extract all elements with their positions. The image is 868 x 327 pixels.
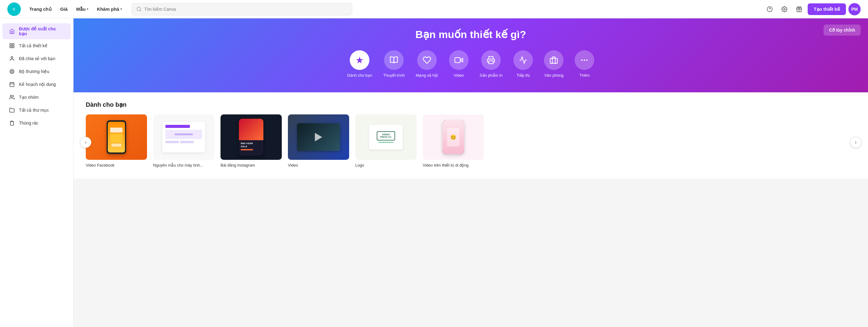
template-card-mobile-video[interactable]: 😊 Video trên thiết bị di động xyxy=(423,114,484,167)
template-card-video[interactable]: Video xyxy=(288,114,349,167)
nav-home[interactable]: Trang chủ xyxy=(26,4,56,15)
gift-button[interactable] xyxy=(793,3,805,15)
card-thumbnail: GREENFRESH CO. xyxy=(355,114,416,160)
hero-cat-more[interactable]: Thêm xyxy=(575,50,594,78)
hero-banner: Bạn muốn thiết kế gì? Cỡ tùy chỉnh Dành … xyxy=(73,19,868,92)
svg-rect-21 xyxy=(455,58,460,62)
template-card-logo[interactable]: GREENFRESH CO. Logo xyxy=(355,114,416,167)
video-label: Video xyxy=(454,73,464,78)
home-icon xyxy=(8,28,15,35)
hero-cat-video[interactable]: Video xyxy=(449,50,469,78)
svg-rect-22 xyxy=(489,61,493,63)
card-label: Video xyxy=(288,163,349,167)
sidebar-item-trash[interactable]: Thùng rác xyxy=(2,116,71,130)
nav-links: Trang chủ Giá Mẫu ▾ Khám phá ▾ xyxy=(26,4,126,15)
search-input[interactable] xyxy=(144,7,348,12)
card-thumbnail xyxy=(288,114,349,160)
svg-point-12 xyxy=(11,56,13,58)
svg-rect-23 xyxy=(550,58,557,63)
print-icon xyxy=(481,50,501,70)
sidebar-item-content-plan[interactable]: Kế hoạch nội dung xyxy=(2,78,71,91)
scroll-left-button[interactable]: ‹ xyxy=(80,137,91,148)
nav-explore[interactable]: Khám phá ▾ xyxy=(93,4,126,14)
sidebar-item-all-designs[interactable]: Tất cả thiết kế xyxy=(2,39,71,52)
hero-cat-office[interactable]: Văn phòng xyxy=(544,50,563,78)
sidebar-item-label: Kế hoạch nội dung xyxy=(19,82,56,87)
presentation-label: Thuyết trình xyxy=(383,73,405,78)
custom-size-button[interactable]: Cỡ tùy chỉnh xyxy=(824,25,861,35)
svg-point-5 xyxy=(783,8,785,10)
card-label: Bài đăng Instagram xyxy=(220,163,282,167)
svg-point-24 xyxy=(581,59,583,61)
for-you-section: Dành cho bạn ‹ xyxy=(73,92,868,179)
main-content: Bạn muốn thiết kế gì? Cỡ tùy chỉnh Dành … xyxy=(73,19,868,327)
section-title: Dành cho bạn xyxy=(86,101,856,108)
sidebar-item-label: Tạo nhóm xyxy=(19,95,39,100)
search-bar xyxy=(132,3,352,15)
sidebar-item-create-group[interactable]: Tạo nhóm xyxy=(2,91,71,104)
svg-text:C: C xyxy=(13,7,15,11)
sidebar-item-all-folders[interactable]: Tất cả thư mục xyxy=(2,104,71,116)
hero-cat-print[interactable]: Sản phẩm in xyxy=(479,50,503,78)
card-label: Nguyên mẫu cho máy tính... xyxy=(153,163,214,167)
template-card-prototype[interactable]: Nguyên mẫu cho máy tính... xyxy=(153,114,214,167)
marketing-icon xyxy=(513,50,533,70)
sidebar-item-label: Đã chia sẻ với bạn xyxy=(19,56,56,61)
nav-templates[interactable]: Mẫu ▾ xyxy=(72,4,92,15)
card-label: Video trên thiết bị di động xyxy=(423,163,484,167)
presentation-icon xyxy=(384,50,404,70)
sidebar-item-brand[interactable]: Bộ thương hiệu xyxy=(2,65,71,78)
hero-title: Bạn muốn thiết kế gì? xyxy=(88,28,853,40)
sidebar-item-label: Thùng rác xyxy=(19,120,38,126)
sidebar-item-shared[interactable]: Đã chia sẻ với bạn xyxy=(2,52,71,65)
folder-icon xyxy=(8,107,15,113)
for-you-label: Dành cho bạn xyxy=(347,73,372,78)
template-card-fb-video[interactable]: Video Facebook xyxy=(86,114,147,167)
users-icon xyxy=(8,94,15,101)
hero-cat-social[interactable]: Mạng xã hội xyxy=(415,50,438,78)
office-icon xyxy=(544,50,563,70)
svg-point-26 xyxy=(586,59,588,61)
hero-cat-for-you[interactable]: Dành cho bạn xyxy=(347,50,372,78)
svg-point-19 xyxy=(10,95,12,97)
svg-rect-10 xyxy=(12,46,14,48)
scroll-right-button[interactable]: › xyxy=(850,137,861,148)
sidebar: Được đề xuất cho bạn Tất cả thiết kế Đã … xyxy=(0,19,73,327)
svg-rect-9 xyxy=(12,44,14,45)
card-label: Video Facebook xyxy=(86,163,147,167)
hero-cat-marketing[interactable]: Tiếp thị xyxy=(513,50,533,78)
card-thumbnail: 😊 xyxy=(423,114,484,160)
nav-pricing[interactable]: Giá xyxy=(57,4,71,14)
social-label: Mạng xã hội xyxy=(415,73,438,78)
svg-rect-15 xyxy=(10,83,14,87)
hero-cat-presentation[interactable]: Thuyết trình xyxy=(383,50,405,78)
help-button[interactable] xyxy=(764,3,776,15)
template-card-instagram[interactable]: MID-YEARSALE Bài đăng Instagram xyxy=(220,114,282,167)
trash-icon xyxy=(8,120,15,127)
sidebar-item-recommended[interactable]: Được đề xuất cho bạn xyxy=(2,23,71,39)
sidebar-item-label: Được đề xuất cho bạn xyxy=(19,26,65,36)
svg-point-25 xyxy=(584,59,585,61)
settings-button[interactable] xyxy=(778,3,790,15)
for-you-icon xyxy=(350,50,369,70)
navbar: C Trang chủ Giá Mẫu ▾ Khám phá ▾ xyxy=(0,0,868,19)
svg-point-14 xyxy=(11,71,13,73)
card-thumbnail xyxy=(153,114,214,160)
card-thumbnail xyxy=(86,114,147,160)
create-design-button[interactable]: Tạo thiết kế xyxy=(808,3,846,15)
office-label: Văn phòng xyxy=(544,73,563,78)
hero-categories: Dành cho bạn Thuyết trình xyxy=(88,50,853,78)
avatar[interactable]: PM xyxy=(848,3,861,15)
grid-icon xyxy=(8,42,15,49)
svg-point-13 xyxy=(10,69,14,74)
marketing-label: Tiếp thị xyxy=(517,73,530,78)
canva-logo[interactable]: C xyxy=(7,2,21,16)
social-icon xyxy=(417,50,437,70)
cards-scroll: Video Facebook xyxy=(86,114,856,170)
templates-chevron-icon: ▾ xyxy=(87,7,88,11)
svg-marker-20 xyxy=(460,58,463,62)
video-icon xyxy=(449,50,469,70)
explore-chevron-icon: ▾ xyxy=(120,7,122,11)
navbar-actions: Tạo thiết kế PM xyxy=(764,3,861,15)
sidebar-item-label: Tất cả thiết kế xyxy=(19,43,48,48)
